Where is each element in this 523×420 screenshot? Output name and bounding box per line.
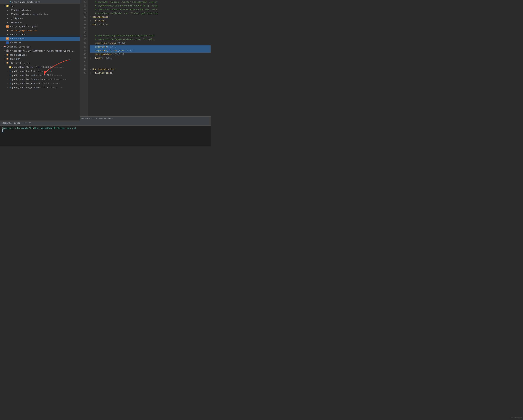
tree-item-ext-libs[interactable]: 📚 External Libraries — [0, 45, 80, 49]
path-provider-linux-label: path_provider_linux-2.1.8 — [12, 82, 45, 85]
folder-icon-test: 📁 — [6, 5, 9, 8]
tree-item-iml[interactable]: ■ flutter_objectbox.iml — [0, 29, 80, 32]
objectbox-libs-label: objectbox_flutter_libs-1.6.2 — [12, 66, 49, 69]
terminal-close-btn[interactable]: × — [22, 122, 23, 124]
tree-item-pubspec-lock[interactable]: ■ pubspec.lock — [0, 32, 80, 37]
analysis-label: analysis_options.yaml — [9, 25, 37, 28]
code-line-37: cupertino_icons: ^1.0.2 — [90, 41, 211, 45]
code-line-38: objectbox: 1.6.2 — [90, 45, 211, 49]
path-provider-foundation-label: path_provider_foundation-2.1.1 — [12, 78, 52, 81]
file-icon-plugins-dep: ■ — [6, 13, 9, 16]
path-provider-foundation-suffix: library root — [53, 78, 66, 80]
code-line-27: # dependencies can be manually updated b… — [90, 4, 211, 8]
tree-item-dart-packages[interactable]: 📦 Dart Packages — [0, 53, 80, 57]
path-provider-label: path_provider-2.0.12 — [12, 70, 39, 73]
terminal-content: [master][~/Documents/flutter_objectbox]$… — [0, 126, 211, 146]
code-line-33 — [90, 26, 211, 30]
extlib-icon: 📚 — [3, 46, 6, 48]
file-tree[interactable]: D order_data_table.dart 📁 test ■ .flutte… — [0, 0, 80, 120]
code-line-36: # Use with the CupertinoIcons class for … — [90, 38, 211, 41]
flutter-plugins-dep-label: .flutter-plugins-dependencies — [9, 13, 48, 16]
code-line-26: # consider running `flutter pub upgrade … — [90, 0, 211, 4]
code-line-39: objectbox_flutter_libs: 1.6.2 — [90, 49, 211, 53]
tree-item-flutter-plugins-folder[interactable]: 📦 Flutter Plugins — [0, 61, 80, 65]
terminal-chevron-btn[interactable]: ∨ — [29, 122, 31, 125]
tree-item-flutter-plugins[interactable]: ■ .flutter-plugins — [0, 8, 80, 12]
android-api-label: < Android API 29 Platform > /Users/mxmac… — [9, 50, 74, 52]
code-line-29: # versions available, run `flutter pub o… — [90, 12, 211, 15]
terminal-label: Terminal: — [2, 122, 13, 124]
tree-item-path-provider-android[interactable]: ⚡ path_provider_android-2.0.22 library r… — [0, 73, 80, 77]
tree-item-path-provider[interactable]: ⚡ path_provider-2.0.12 library root — [0, 69, 80, 73]
flutter-icon-path-linux: ⚡ — [9, 82, 12, 85]
path-provider-android-suffix: library root — [50, 74, 63, 76]
path-provider-windows-suffix: library root — [49, 87, 62, 88]
android-icon: 🤖 — [6, 49, 9, 52]
lock-icon: ■ — [6, 33, 9, 36]
dart-icon: D — [9, 1, 12, 3]
tree-item-metadata[interactable]: ■ .metadata — [0, 20, 80, 24]
objectbox-libs-suffix: library root — [50, 66, 63, 68]
arrow-dart-packages — [3, 54, 6, 56]
arrow-path-provider — [6, 70, 8, 72]
tree-item-android-api[interactable]: 🤖 < Android API 29 Platform > /Users/mxm… — [0, 49, 80, 53]
pubspec-lock-label: pubspec.lock — [9, 33, 25, 36]
flutter-plugins-icon: 📦 — [6, 62, 9, 64]
code-line-42 — [90, 60, 211, 64]
tree-item-pubspec-yaml[interactable]: YML pubspec.yaml — [0, 37, 80, 41]
code-line-40: path_provider: ^2.0.12 — [90, 53, 211, 56]
terminal-add-btn[interactable]: + — [25, 122, 27, 125]
tree-item-dart-sdk[interactable]: 📦 Dart SDK — [0, 57, 80, 61]
md-icon: MD — [6, 41, 9, 44]
code-area: 26 27 28 29 30 31 32 33 34 35 36 37 38 3… — [80, 0, 211, 116]
readme-label: README.md — [9, 41, 21, 44]
flutter-icon-path-android: ⚡ — [9, 74, 12, 77]
code-line-45: ⊕ flutter_test: — [90, 71, 211, 75]
status-text: Document 1/1 > dependencies: — [81, 118, 113, 119]
tree-item-readme[interactable]: MD README.md — [0, 41, 80, 45]
dart-packages-label: Dart Packages — [9, 54, 27, 56]
code-line-32: ⊕ sdk: flutter — [90, 23, 211, 26]
terminal-prompt: [master][~/Documents/flutter_objectbox]$… — [2, 127, 76, 129]
terminal-cursor-line — [2, 129, 209, 132]
flutter-icon-path-windows: ⚡ — [9, 86, 12, 89]
ext-libs-label: External Libraries — [7, 46, 31, 48]
flutter-icon-path-foundation: ⚡ — [9, 78, 12, 81]
path-provider-suffix: library root — [39, 70, 53, 72]
order-dart-label: order_data_table.dart — [12, 1, 40, 3]
iml-icon: ■ — [6, 29, 9, 32]
tree-item-analysis[interactable]: YML analysis_options.yaml — [0, 24, 80, 29]
line-numbers: 26 27 28 29 30 31 32 33 34 35 36 37 38 3… — [80, 0, 88, 116]
dart-pkg-icon: 📦 — [6, 54, 9, 56]
yaml-icon-pubspec: YML — [6, 37, 9, 40]
folder-icon-objectbox: 📁 — [9, 66, 12, 69]
pubspec-yaml-label: pubspec.yaml — [9, 38, 25, 40]
code-line-43 — [90, 64, 211, 68]
tree-item-path-provider-linux[interactable]: ⚡ path_provider_linux-2.1.8 library root — [0, 81, 80, 86]
tree-item-path-provider-foundation[interactable]: ⚡ path_provider_foundation-2.1.1 library… — [0, 77, 80, 81]
terminal-cursor — [2, 129, 3, 132]
tree-item-gitignore[interactable]: ■ .gitignore — [0, 16, 80, 20]
code-line-44: ⊖ dev_dependencies: — [90, 68, 211, 71]
tree-item-order-dart[interactable]: D order_data_table.dart — [0, 0, 80, 4]
terminal-tab-local[interactable]: Local × — [14, 122, 23, 124]
arrow-ext-libs — [1, 46, 3, 48]
tree-item-flutter-plugins-dep[interactable]: ■ .flutter-plugins-dependencies — [0, 12, 80, 16]
file-icon-gitignore: ■ — [6, 17, 9, 20]
arrow-flutter-plugins-folder — [3, 62, 6, 64]
tree-item-test[interactable]: 📁 test — [0, 4, 80, 8]
terminal-command-line: [master][~/Documents/flutter_objectbox]$… — [2, 127, 209, 129]
file-icon-metadata: ■ — [6, 21, 9, 24]
gitignore-label: .gitignore — [9, 17, 23, 20]
arrow-path-provider-foundation — [6, 78, 8, 80]
code-line-34 — [90, 30, 211, 34]
code-line-28: # the latest version available on pub.de… — [90, 8, 211, 12]
editor-status-bar: Document 1/1 > dependencies: — [80, 116, 211, 120]
tree-item-path-provider-windows[interactable]: ⚡ path_provider_windows-2.1.3 library ro… — [0, 86, 80, 90]
flutter-icon-path-provider: ⚡ — [9, 70, 12, 73]
iml-label: flutter_objectbox.iml — [9, 29, 37, 32]
code-lines: # consider running `flutter pub upgrade … — [88, 0, 211, 116]
tree-item-objectbox-libs[interactable]: 📁 objectbox_flutter_libs-1.6.2 library r… — [0, 65, 80, 69]
arrow-path-provider-linux — [6, 82, 8, 85]
flutter-plugins-label: .flutter-plugins — [9, 9, 31, 12]
